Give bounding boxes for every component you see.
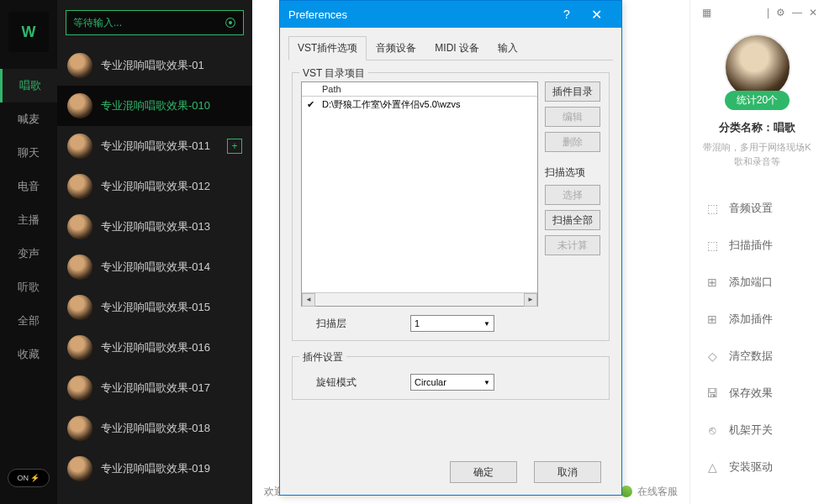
scan-layer-value: 1 bbox=[415, 318, 420, 328]
add-icon[interactable]: + bbox=[227, 139, 242, 154]
effect-item[interactable]: 专业混响唱歌效果-015 bbox=[57, 287, 252, 328]
menu-icon: △ bbox=[705, 460, 719, 474]
dialog-titlebar[interactable]: Preferences ? ✕ bbox=[280, 1, 621, 28]
menu-icon: ⬚ bbox=[705, 202, 719, 215]
effect-item[interactable]: 专业混响唱歌效果-018 bbox=[57, 408, 252, 449]
tab-2[interactable]: MIDI 设备 bbox=[425, 36, 489, 60]
nav-column: W 唱歌喊麦聊天电音主播变声听歌全部收藏 ON ⚡ bbox=[0, 0, 57, 504]
ok-button[interactable]: 确定 bbox=[450, 461, 517, 483]
menu-item-3[interactable]: ⊞添加插件 bbox=[690, 301, 824, 338]
category-description: 带混响，多用于网络现场K歌和录音等 bbox=[690, 140, 824, 168]
effect-label: 专业混响唱歌效果-018 bbox=[101, 421, 242, 436]
scan-layer-select[interactable]: 1 ▼ bbox=[410, 315, 494, 332]
path-checkbox[interactable]: ✔ bbox=[307, 99, 319, 110]
help-icon[interactable]: ? bbox=[554, 8, 579, 21]
effect-label: 专业混响唱歌效果-015 bbox=[101, 300, 242, 315]
tab-3[interactable]: 输入 bbox=[489, 36, 527, 60]
minimize-icon[interactable]: — bbox=[792, 7, 802, 18]
power-toggle[interactable]: ON ⚡ bbox=[8, 469, 50, 487]
effect-avatar bbox=[67, 53, 92, 78]
menu-item-7[interactable]: △安装驱动 bbox=[690, 449, 824, 486]
path-table[interactable]: Path ✔ D:\野狼工作室\外置伴侣v5.0\wzvs ◄ ► bbox=[301, 81, 538, 307]
effect-avatar bbox=[67, 295, 92, 320]
nav-item-6[interactable]: 听歌 bbox=[0, 270, 57, 304]
nav-item-0[interactable]: 唱歌 bbox=[0, 69, 57, 102]
menu-label: 保存效果 bbox=[729, 386, 773, 401]
effect-label: 专业混响唱歌效果-019 bbox=[101, 461, 242, 476]
scan-all-button[interactable]: 扫描全部 bbox=[545, 210, 600, 230]
effect-item[interactable]: 专业混响唱歌效果-014 bbox=[57, 247, 252, 287]
menu-item-5[interactable]: 🖫保存效果 bbox=[690, 375, 824, 412]
effect-list-column: ⦿ 专业混响唱歌效果-01 专业混响唱歌效果-010 专业混响唱歌效果-011 … bbox=[57, 0, 252, 504]
nav-item-2[interactable]: 聊天 bbox=[0, 136, 57, 170]
scan-layer-label: 扫描层 bbox=[301, 317, 410, 331]
scan-layer-row: 扫描层 1 ▼ bbox=[301, 315, 600, 332]
uncalculated-button[interactable]: 未计算 bbox=[545, 235, 600, 255]
menu-item-2[interactable]: ⊞添加端口 bbox=[690, 264, 824, 301]
effect-label: 专业混响唱歌效果-017 bbox=[101, 381, 242, 396]
delete-button[interactable]: 删除 bbox=[545, 132, 600, 152]
path-row[interactable]: ✔ D:\野狼工作室\外置伴侣v5.0\wzvs bbox=[302, 97, 537, 113]
tab-0[interactable]: VST插件选项 bbox=[288, 36, 367, 60]
menu-item-1[interactable]: ⬚扫描插件 bbox=[690, 227, 824, 264]
effect-item[interactable]: 专业混响唱歌效果-010 bbox=[57, 86, 252, 126]
dialog-title: Preferences bbox=[288, 8, 554, 21]
menu-icon: ⊞ bbox=[705, 312, 719, 326]
preferences-dialog: Preferences ? ✕ VST插件选项音频设备MIDI 设备输入 VST… bbox=[279, 0, 622, 496]
scroll-right-icon[interactable]: ► bbox=[524, 293, 537, 307]
scroll-left-icon[interactable]: ◄ bbox=[302, 293, 315, 307]
menu-item-6[interactable]: ⎋机架开关 bbox=[690, 412, 824, 449]
vst-directory-group: VST 目录项目 Path ✔ D:\野狼工作室\外置伴侣v5.0\wzvs ◄… bbox=[292, 72, 610, 341]
dialog-body: VST插件选项音频设备MIDI 设备输入 VST 目录项目 Path ✔ D:\… bbox=[280, 28, 621, 453]
menu-item-0[interactable]: ⬚音频设置 bbox=[690, 190, 824, 227]
knob-mode-value: Circular bbox=[415, 377, 446, 387]
effect-item[interactable]: 专业混响唱歌效果-017 bbox=[57, 368, 252, 408]
grid-icon[interactable]: ▦ bbox=[702, 7, 711, 18]
nav-item-5[interactable]: 变声 bbox=[0, 237, 57, 270]
nav-item-4[interactable]: 主播 bbox=[0, 203, 57, 237]
profile-section: 统计20个 分类名称：唱歌 带混响，多用于网络现场K歌和录音等 bbox=[690, 25, 824, 176]
effect-item[interactable]: 专业混响唱歌效果-016 bbox=[57, 328, 252, 368]
dialog-close-icon[interactable]: ✕ bbox=[579, 7, 613, 23]
settings-icon[interactable]: ⚙ bbox=[776, 7, 785, 18]
nav-item-3[interactable]: 电音 bbox=[0, 170, 57, 203]
right-panel: ▦ | ⚙ — ✕ 统计20个 分类名称：唱歌 带混响，多用于网络现场K歌和录音… bbox=[689, 0, 824, 504]
menu-item-4[interactable]: ◇清空数据 bbox=[690, 338, 824, 375]
choose-button[interactable]: 选择 bbox=[545, 185, 600, 205]
settings-menu: ⬚音频设置⬚扫描插件⊞添加端口⊞添加插件◇清空数据🖫保存效果⎋机架开关△安装驱动 bbox=[690, 190, 824, 504]
divider-icon: | bbox=[767, 7, 769, 18]
edit-button[interactable]: 编辑 bbox=[545, 107, 600, 127]
plugin-settings-group: 插件设置 旋钮模式 Circular ▼ bbox=[292, 356, 610, 400]
horizontal-scrollbar[interactable]: ◄ ► bbox=[302, 292, 537, 306]
effect-avatar bbox=[67, 456, 92, 481]
path-column-header[interactable]: Path bbox=[302, 82, 537, 97]
cancel-button[interactable]: 取消 bbox=[534, 461, 601, 483]
search-row: ⦿ bbox=[57, 0, 252, 45]
search-icon[interactable]: ⦿ bbox=[224, 16, 236, 29]
tab-1[interactable]: 音频设备 bbox=[367, 36, 425, 60]
directory-buttons: 插件目录 编辑 删除 扫描选项 选择 扫描全部 未计算 bbox=[545, 81, 600, 307]
nav-item-1[interactable]: 喊麦 bbox=[0, 102, 57, 136]
search-input[interactable] bbox=[73, 17, 224, 29]
nav-item-7[interactable]: 全部 bbox=[0, 304, 57, 338]
dialog-footer: 确定 取消 bbox=[280, 453, 621, 495]
menu-icon: ⬚ bbox=[705, 239, 719, 252]
knob-mode-select[interactable]: Circular ▼ bbox=[410, 374, 494, 391]
effect-item[interactable]: 专业混响唱歌效果-011 + bbox=[57, 126, 252, 166]
nav-item-8[interactable]: 收藏 bbox=[0, 338, 57, 371]
effect-label: 专业混响唱歌效果-012 bbox=[101, 179, 242, 194]
effect-label: 专业混响唱歌效果-013 bbox=[101, 219, 242, 234]
effect-item[interactable]: 专业混响唱歌效果-012 bbox=[57, 166, 252, 207]
support-link[interactable]: 在线客服 bbox=[637, 485, 678, 499]
effect-item[interactable]: 专业混响唱歌效果-01 bbox=[57, 45, 252, 86]
close-icon[interactable]: ✕ bbox=[809, 7, 817, 18]
effect-item[interactable]: 专业混响唱歌效果-013 bbox=[57, 207, 252, 247]
effect-item[interactable]: 专业混响唱歌效果-019 bbox=[57, 449, 252, 489]
stats-badge: 统计20个 bbox=[725, 91, 790, 110]
search-box[interactable]: ⦿ bbox=[66, 10, 244, 35]
chevron-down-icon: ▼ bbox=[483, 379, 490, 386]
plugin-dir-button[interactable]: 插件目录 bbox=[545, 81, 600, 102]
effect-avatar bbox=[67, 335, 92, 360]
menu-label: 扫描插件 bbox=[729, 238, 773, 253]
effect-avatar bbox=[67, 214, 92, 239]
